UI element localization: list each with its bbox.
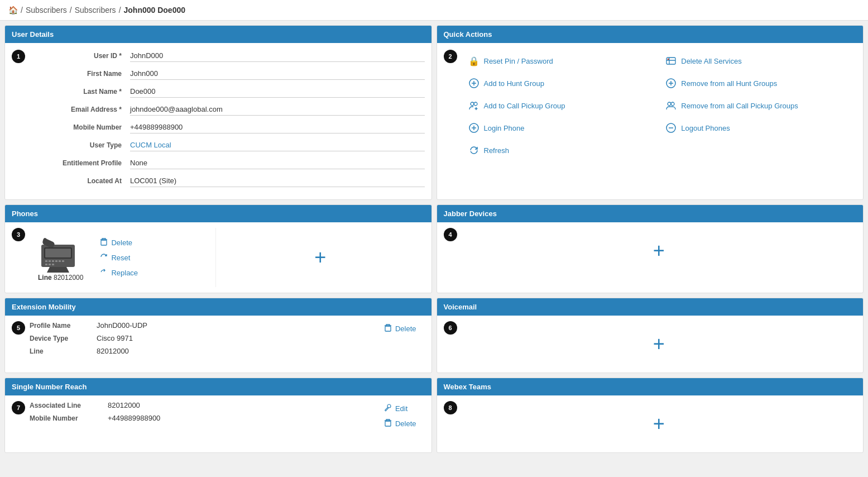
snr-trash-icon bbox=[384, 419, 392, 428]
svg-rect-30 bbox=[62, 260, 64, 262]
add-jabber-btn[interactable]: + bbox=[462, 228, 857, 274]
qa-add-hunt-group[interactable]: Add to Hunt Group bbox=[462, 72, 659, 94]
em-actions: Delete bbox=[376, 321, 425, 360]
qa-refresh[interactable]: Refresh bbox=[462, 139, 659, 161]
remove-pickup-icon bbox=[665, 100, 677, 111]
voicemail-panel: Voicemail 6 + bbox=[437, 298, 864, 373]
phones-panel: Phones 3 bbox=[4, 204, 432, 293]
svg-rect-35 bbox=[101, 240, 107, 245]
qa-reset-pin[interactable]: 🔒 Reset Pin / Password bbox=[462, 50, 659, 72]
add-webex-btn[interactable]: + bbox=[462, 401, 857, 447]
snr-fields: Associated Line 82012000 Mobile Number +… bbox=[30, 401, 376, 431]
user-details-panel: User Details 1 User ID *JohnD000First Na… bbox=[4, 25, 432, 200]
svg-rect-24 bbox=[45, 249, 71, 257]
voicemail-body: 6 + bbox=[437, 316, 864, 373]
phone-reset-btn[interactable]: Reset bbox=[100, 253, 138, 263]
em-trash-icon bbox=[384, 324, 392, 333]
extension-mobility-panel: Extension Mobility 5 Profile Name JohnD0… bbox=[4, 298, 432, 373]
user-detail-row: Email Address *johndoe000@aaaglobal.com bbox=[30, 103, 425, 116]
quick-actions-panel: Quick Actions 2 🔒 Reset Pin / Password A… bbox=[437, 25, 864, 200]
webex-body: 8 + bbox=[437, 395, 864, 452]
qa-delete-all-services[interactable]: Delete All Services bbox=[659, 50, 856, 72]
svg-rect-31 bbox=[45, 264, 47, 265]
phones-inner: Line 82012000 Delete bbox=[30, 228, 425, 287]
snr-body: 7 Associated Line 82012000 Mobile Number… bbox=[5, 395, 431, 437]
svg-rect-32 bbox=[49, 264, 51, 265]
em-content: Profile Name JohnD000-UDP Device Type Ci… bbox=[30, 321, 425, 360]
phone-delete-btn[interactable]: Delete bbox=[100, 238, 138, 247]
svg-rect-28 bbox=[55, 260, 57, 262]
user-detail-row: Located AtLOC001 (Site) bbox=[30, 175, 425, 187]
refresh-icon bbox=[468, 145, 479, 156]
badge-5: 5 bbox=[12, 321, 25, 335]
webex-header: Webex Teams bbox=[437, 378, 864, 395]
user-details-header: User Details bbox=[5, 26, 431, 43]
snr-content: Associated Line 82012000 Mobile Number +… bbox=[30, 401, 425, 431]
qa-add-call-pickup[interactable]: Add to Call Pickup Group bbox=[462, 94, 659, 117]
snr-panel: Single Number Reach 7 Associated Line 82… bbox=[4, 378, 432, 453]
svg-rect-26 bbox=[49, 260, 51, 262]
voicemail-add-area: + bbox=[462, 321, 857, 367]
jabber-add-area: + bbox=[462, 228, 857, 274]
jabber-panel: Jabber Devices 4 + bbox=[437, 204, 864, 293]
qa-left-col: 🔒 Reset Pin / Password Add to Hunt Group bbox=[462, 50, 659, 161]
home-icon[interactable]: 🏠 bbox=[8, 6, 18, 15]
badge-4: 4 bbox=[444, 228, 457, 241]
jabber-body: 4 + bbox=[437, 222, 864, 279]
webex-panel: Webex Teams 8 + bbox=[437, 378, 864, 453]
add-group-icon bbox=[468, 100, 479, 111]
phones-body: 3 bbox=[5, 222, 431, 293]
add-phone-btn[interactable]: + bbox=[216, 228, 424, 287]
voicemail-header: Voicemail bbox=[437, 298, 864, 316]
qa-remove-call-pickup[interactable]: Remove from all Call Pickup Groups bbox=[659, 94, 856, 117]
login-phone-icon bbox=[468, 122, 479, 133]
user-details-fields: User ID *JohnD000First NameJohn000Last N… bbox=[30, 50, 425, 193]
phone-image bbox=[39, 233, 83, 273]
svg-rect-33 bbox=[52, 264, 54, 265]
phone-item: Line 82012000 Delete bbox=[30, 228, 216, 287]
svg-rect-27 bbox=[52, 260, 54, 262]
em-fields: Profile Name JohnD000-UDP Device Type Ci… bbox=[30, 321, 376, 360]
snr-delete-btn[interactable]: Delete bbox=[384, 419, 416, 428]
quick-actions-header: Quick Actions bbox=[437, 26, 864, 43]
qa-grid: 🔒 Reset Pin / Password Add to Hunt Group bbox=[462, 50, 857, 161]
user-detail-row: Last Name *Doe000 bbox=[30, 85, 425, 98]
em-devicetype-row: Device Type Cisco 9971 bbox=[30, 334, 376, 342]
breadcrumb: 🏠 / Subscribers / Subscribers / John000 … bbox=[0, 0, 868, 21]
user-details-body: 1 User ID *JohnD000First NameJohn000Last… bbox=[5, 43, 431, 199]
replace-icon bbox=[100, 268, 108, 278]
add-circle-icon bbox=[468, 78, 479, 89]
badge-6: 6 bbox=[444, 321, 457, 335]
svg-rect-29 bbox=[59, 260, 61, 262]
em-header: Extension Mobility bbox=[5, 298, 431, 316]
lock-icon: 🔒 bbox=[468, 55, 479, 66]
svg-point-4 bbox=[474, 102, 477, 106]
qa-logout-phones[interactable]: Logout Phones bbox=[659, 117, 856, 139]
phone-actions: Delete Reset Replace bbox=[92, 232, 146, 283]
trash-icon bbox=[100, 238, 108, 247]
em-line-row: Line 82012000 bbox=[30, 347, 376, 355]
phone-replace-btn[interactable]: Replace bbox=[100, 268, 138, 278]
user-detail-row: Entitlement ProfileNone bbox=[30, 157, 425, 169]
svg-rect-37 bbox=[385, 421, 391, 426]
qa-remove-hunt-groups[interactable]: Remove from all Hunt Groups bbox=[659, 72, 856, 94]
badge-8: 8 bbox=[444, 401, 457, 414]
user-detail-row: User TypeCUCM Local bbox=[30, 139, 425, 151]
snr-assoc-line-row: Associated Line 82012000 bbox=[30, 401, 376, 409]
snr-header: Single Number Reach bbox=[5, 378, 431, 395]
logout-phones-icon bbox=[665, 122, 677, 133]
svg-rect-25 bbox=[45, 260, 47, 262]
wrench-icon bbox=[384, 404, 392, 413]
badge-7: 7 bbox=[12, 401, 25, 414]
snr-mobile-row: Mobile Number +449889988900 bbox=[30, 414, 376, 422]
em-delete-btn[interactable]: Delete bbox=[384, 324, 416, 333]
add-voicemail-btn[interactable]: + bbox=[462, 321, 857, 367]
reset-icon bbox=[100, 253, 108, 263]
badge-3: 3 bbox=[12, 228, 25, 241]
svg-rect-36 bbox=[385, 326, 391, 331]
em-body: 5 Profile Name JohnD000-UDP Device Type … bbox=[5, 316, 431, 365]
svg-point-3 bbox=[471, 102, 474, 106]
phones-header: Phones bbox=[5, 205, 431, 222]
qa-login-phone[interactable]: Login Phone bbox=[462, 117, 659, 139]
snr-edit-btn[interactable]: Edit bbox=[384, 404, 416, 413]
